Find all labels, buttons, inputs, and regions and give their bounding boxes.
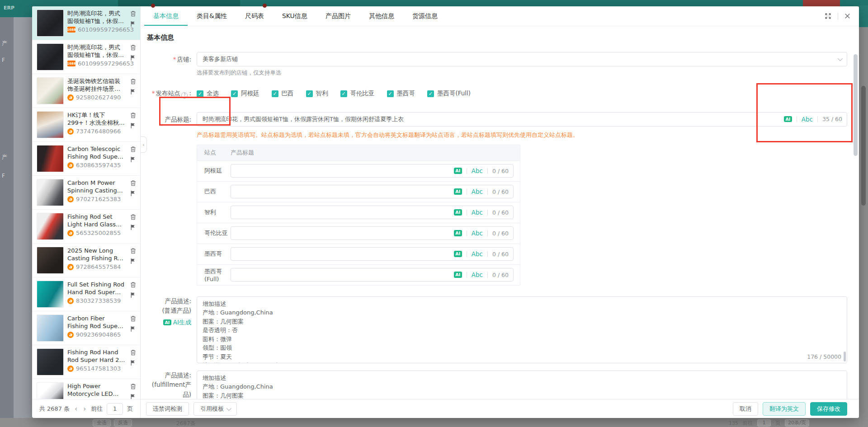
ai-badge-icon[interactable]: AI [784,116,792,122]
flag-icon[interactable] [130,292,136,298]
apply-template-button[interactable]: 引用模板 [193,402,237,416]
fullscreen-icon[interactable] [824,12,832,20]
abc-case-button[interactable]: Abc [472,230,483,237]
flag-icon[interactable] [130,258,136,264]
site-title-input[interactable] [236,209,454,216]
desc2-sublabel: (fulfillment产品) [146,380,191,399]
cancel-button[interactable]: 取消 [733,402,758,416]
flag-icon[interactable] [130,89,136,95]
flag-icon[interactable] [130,224,136,230]
product-list-item[interactable]: High Power Motorcycle LED Headlight H4 B… [32,379,140,399]
site-title-input[interactable] [236,230,454,237]
product-title: 时尚潮流印花，男式圆领短袖T恤，休假露营休闲T恤，假期休闲舒适... [67,43,126,59]
product-list-item[interactable]: 圣诞装饰铁艺信箱装饰圣诞树挂件场景氛围布置家居桌面装饰品 a 925802627… [32,74,140,108]
site-title-input[interactable] [236,188,454,195]
tab[interactable]: SKU信息 [273,6,316,26]
abc-case-button[interactable]: Abc [472,271,483,278]
close-icon[interactable] [844,13,851,19]
site-checkbox[interactable]: ✓ 阿根廷 [231,89,259,98]
prev-page-icon[interactable]: ‹ [74,405,78,413]
product-list-item[interactable]: 时尚潮流印花，男式圆领短袖T恤，休假露营休闲T恤，假期休闲舒适... 1688 … [32,40,140,74]
flag-icon[interactable] [130,360,136,366]
site-checkbox[interactable]: ✓ 哥伦比亚 [340,89,375,98]
abc-case-button[interactable]: Abc [802,116,813,123]
platform-badge-icon: 1688 [67,27,75,33]
delete-icon[interactable] [130,78,136,84]
background-scrollbar-thumb[interactable] [861,86,866,206]
site-name: 哥伦比亚 [197,229,231,237]
ai-badge-icon[interactable]: AI [454,230,462,236]
flag-icon[interactable] [130,326,136,332]
flag-icon[interactable] [130,55,136,61]
product-list-item[interactable]: Fishing Rod Set Light Hard Glass Fiber H… [32,210,140,244]
delete-icon[interactable] [130,44,136,51]
help-icon[interactable]: ? [181,92,188,99]
site-checkbox[interactable]: ✓ 墨西哥(Full) [427,89,471,98]
save-changes-button[interactable]: 保存修改 [810,402,847,416]
collapse-panel-handle[interactable]: ‹ [141,136,147,153]
site-checkbox[interactable]: ✓ 墨西哥 [387,89,415,98]
site-checkbox[interactable]: ✓ 全选 [197,89,219,98]
delete-icon[interactable] [130,248,136,254]
tab[interactable]: 尺码表 [236,6,273,26]
flag-icon[interactable] [130,190,136,197]
desc2-textarea[interactable]: 增加描述 产地：Guangdong,China 图案：几何图案 是否透明：否 面… [197,371,847,399]
tab[interactable]: 其他信息 [360,6,403,26]
ai-badge-icon[interactable]: AI [454,168,462,174]
ai-badge-icon[interactable]: AI [454,251,462,257]
translate-to-english-button[interactable]: 翻译为英文 [763,402,806,416]
ai-badge-icon[interactable]: AI [454,209,462,216]
ai-badge-icon[interactable]: AI [454,272,462,278]
delete-icon[interactable] [130,112,136,118]
product-thumbnail [37,247,64,274]
delete-icon[interactable] [130,146,136,152]
forbidden-word-check-button[interactable]: 违禁词检测 [146,402,189,416]
flag-icon[interactable] [130,122,136,129]
flag-icon[interactable] [130,394,136,399]
abc-case-button[interactable]: Abc [472,188,483,195]
ai-generate-button[interactable]: AI AI生成 [146,318,191,328]
textarea-scrollbar-thumb[interactable] [844,352,846,361]
tab[interactable]: 基本信息 [144,6,188,26]
product-list-item[interactable]: Carbon M Power Spinning Casting Rod with… [32,176,140,210]
flag-icon[interactable] [130,156,136,163]
background-right-strip-top [859,5,868,27]
tab[interactable]: 产品图片 [316,6,360,26]
modal-scrollbar-thumb[interactable] [854,54,858,156]
site-title-input[interactable] [236,251,454,258]
product-list-item[interactable]: Carbon Telescopic Fishing Rod Super Ligh… [32,142,140,176]
product-list-item[interactable]: 2025 New Long Casting Fishing Rod Super … [32,244,140,277]
abc-case-button[interactable]: Abc [472,250,483,258]
product-title-label: 产品标题: [146,112,197,127]
product-title-input[interactable] [203,116,784,122]
site-checkbox[interactable]: ✓ 巴西 [272,89,294,98]
product-list-item[interactable]: Fishing Rod Hand Rod Super Hard 28 Tone … [32,345,140,379]
store-select[interactable]: 美客多新店铺 [197,52,847,66]
ai-badge-icon[interactable]: AI [454,188,462,195]
site-name: 阿根廷 [197,167,231,175]
next-page-icon[interactable]: › [82,405,87,413]
site-checkbox[interactable]: ✓ 智利 [306,89,328,98]
page-number-input[interactable]: 1 [107,403,123,415]
product-list-item[interactable]: Full Set Fishing Rod Hand Rod Super Hard… [32,277,140,311]
tab[interactable]: 类目&属性 [188,6,236,26]
flag-icon[interactable] [130,21,136,27]
platform-badge-icon: a [67,230,74,236]
delete-icon[interactable] [130,383,136,389]
delete-icon[interactable] [130,282,136,288]
product-list-item[interactable]: HK订单！线下299+！水洗全棉秋季新品男士休闲圆领百搭长袖T恤潮 a 7374… [32,108,140,142]
tab[interactable]: 货源信息 [403,6,447,26]
delete-icon[interactable] [130,214,136,220]
site-title-input[interactable] [236,272,454,278]
site-title-input[interactable] [236,168,454,174]
product-id: 601099597296653 [78,60,134,67]
delete-icon[interactable] [130,349,136,356]
product-list-item[interactable]: 时尚潮流印花，男式圆领短袖T恤，休假露营休闲T恤，假期休闲舒适... 1688 … [32,6,140,40]
delete-icon[interactable] [130,10,136,17]
delete-icon[interactable] [130,180,136,186]
desc1-textarea[interactable]: 增加描述 产地：Guangdong,China 图案：几何图案 是否透明：否 面… [197,296,847,363]
delete-icon[interactable] [130,315,136,322]
abc-case-button[interactable]: Abc [472,209,483,216]
abc-case-button[interactable]: Abc [472,167,483,174]
product-list-item[interactable]: Carbon Fiber Fishing Rod Super Light Sup… [32,311,140,345]
